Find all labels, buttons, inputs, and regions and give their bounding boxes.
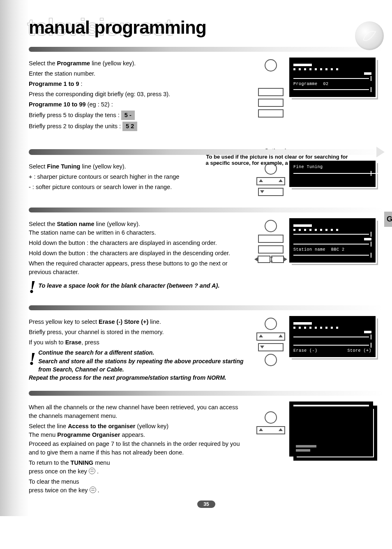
- s1-line3: Programme 1 to 9 :: [29, 80, 244, 88]
- s1-line7: Briefly press 2 to display the units : 5…: [29, 122, 244, 131]
- s1-line5: Programme 10 to 99 (eg : 52) :: [29, 100, 244, 109]
- digit-key-icon: [258, 109, 284, 118]
- osd-erase-label: Erase (-): [293, 348, 318, 353]
- s4-note2: Search and store all the stations by rep…: [29, 357, 244, 374]
- page-number: 35: [197, 501, 215, 508]
- s5-line2: Select the line Access to the organiser …: [29, 422, 244, 431]
- s2-line2: + : sharper picture contours or search h…: [29, 173, 244, 181]
- divider: [29, 305, 384, 310]
- osd-store-label: Store (+): [347, 348, 371, 353]
- menu-key-icon: [89, 468, 95, 474]
- s2-line3: - : softer picture contours or search lo…: [29, 183, 244, 191]
- plus-key-icon: [256, 332, 285, 341]
- s5-line6: press once on the key .: [29, 467, 244, 476]
- nav-key-icon: [256, 426, 285, 434]
- region-tab: GB: [384, 212, 392, 227]
- osd-prog-value: 02: [323, 82, 329, 86]
- osd-preview-programme: Programme02: [289, 58, 376, 97]
- osd-prog-label: Programme: [293, 82, 318, 86]
- s5-line8: press twice on the key .: [29, 486, 244, 495]
- digit-key-icon: [258, 88, 284, 96]
- s3-note: To leave a space look for the blank char…: [29, 278, 244, 290]
- up-key-icon: [258, 235, 284, 243]
- yellow-key-icon: [265, 411, 277, 424]
- osd-station-label: Station name: [293, 247, 325, 252]
- alert-icon: !: [29, 350, 36, 368]
- s1-line4: Press the corresponding digit briefly (e…: [29, 90, 244, 99]
- nav-key-icon: [254, 256, 287, 263]
- units-badge: 5 2: [122, 122, 137, 131]
- s3-line2: The station name can be written in 6 cha…: [29, 228, 244, 237]
- osd-preview-store: Erase (-)Store (+): [289, 316, 376, 357]
- s1-line2: Enter the station number.: [29, 69, 244, 78]
- yellow-key-icon: [265, 354, 277, 366]
- s4-line1: Press yellow key to select Erase (-) Sto…: [29, 318, 244, 326]
- tens-badge: 5 -: [121, 111, 135, 120]
- osd-preview-station: Station nameBBC 2: [289, 218, 376, 263]
- s3-line5: When the required character appears, pre…: [29, 259, 244, 277]
- yellow-key-icon: [265, 59, 277, 72]
- osd-ft-label: Fine Tuning: [293, 165, 323, 169]
- divider: [29, 391, 384, 396]
- minus-key-icon: [258, 343, 284, 351]
- s5-line1: When all the channels or the new channel…: [29, 403, 244, 420]
- s5-line4: Proceed as explained on page 7 to list t…: [29, 440, 244, 457]
- s3-line3: Hold down the button : the characters ar…: [29, 239, 244, 247]
- s4-line2: Briefly press, your channel is stored in…: [29, 328, 244, 337]
- alert-icon: !: [29, 278, 36, 296]
- s4-line3: If you wish to Erase, press: [29, 338, 244, 347]
- yellow-key-icon: [265, 220, 277, 232]
- plus-key-icon: [256, 177, 285, 185]
- s5-line5: To return to the TUNING menu: [29, 459, 244, 467]
- s4-note3: Repeat the process for the next programm…: [29, 374, 244, 382]
- s1-line6: Briefly press 5 to display the tens : 5 …: [29, 111, 244, 120]
- divider: [29, 208, 384, 212]
- digit-key-icon: [258, 99, 284, 107]
- s3-line4: Hold down the button : the characters ar…: [29, 249, 244, 258]
- menu-key-icon: [90, 487, 96, 493]
- yellow-key-icon: [265, 162, 277, 175]
- s3-line1: Select the Station name line (yellow key…: [29, 220, 244, 228]
- divider-arrow: [29, 149, 384, 155]
- page-title: manual programming: [29, 17, 384, 38]
- down-key-icon: [258, 245, 284, 254]
- s5-line3: The menu Programme Organiser appears.: [29, 431, 244, 439]
- osd-preview-organiser: [289, 401, 376, 467]
- s5-line7: To clear the menus: [29, 477, 244, 486]
- minus-key-icon: [258, 188, 284, 196]
- divider: [29, 47, 384, 52]
- s4-note1: Continue the search for a different stat…: [29, 348, 244, 357]
- osd-preview-finetuning: Fine Tuning: [289, 161, 376, 187]
- s1-line1: Select the Programme line (yellow key).: [29, 59, 244, 68]
- yellow-key-icon: [265, 318, 277, 330]
- osd-station-value: BBC 2: [331, 247, 345, 252]
